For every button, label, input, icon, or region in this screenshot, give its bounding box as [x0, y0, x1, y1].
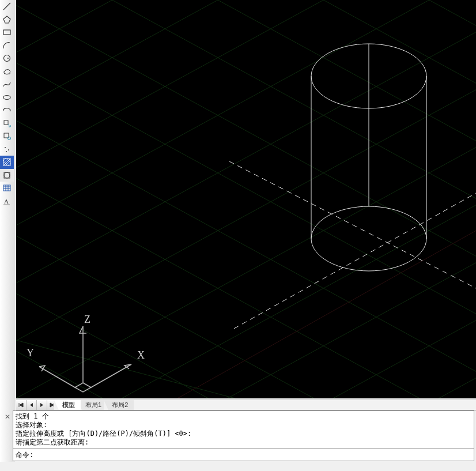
mtext-tool-icon[interactable]: A [0, 195, 14, 208]
line-tool-icon[interactable] [0, 0, 14, 13]
ucs-x-label: X [137, 349, 145, 361]
insert-block-icon[interactable] [0, 117, 14, 130]
svg-line-17 [8, 163, 10, 165]
svg-line-53 [229, 161, 476, 288]
svg-line-62 [39, 367, 75, 387]
cmd-line: 指定拉伸高度或 [方向(D)/路径(P)/倾斜角(T)] <0>: [16, 429, 471, 438]
svg-point-5 [3, 95, 10, 99]
hatch-tool-icon[interactable] [0, 156, 14, 169]
svg-line-35 [16, 173, 476, 398]
svg-line-0 [3, 3, 10, 10]
ellipse-arc-tool-icon[interactable] [0, 104, 14, 117]
cmd-line: 找到 1 个 [16, 412, 471, 421]
close-icon[interactable]: ✕ [3, 413, 12, 421]
status-bar [0, 462, 476, 471]
command-history[interactable]: 找到 1 个 选择对象: 指定拉伸高度或 [方向(D)/路径(P)/倾斜角(T)… [13, 410, 474, 451]
make-block-icon[interactable] [0, 130, 14, 143]
spline-tool-icon[interactable] [0, 78, 14, 91]
svg-line-45 [16, 58, 476, 398]
svg-rect-20 [3, 185, 10, 191]
svg-line-30 [16, 0, 476, 231]
svg-line-51 [177, 231, 476, 398]
table-tool-icon[interactable] [0, 182, 14, 195]
cmd-line: 选择对象: [16, 421, 471, 429]
svg-line-37 [16, 288, 476, 398]
svg-line-42 [16, 0, 476, 231]
ucs-z-label: Z [84, 314, 90, 325]
revcloud-tool-icon[interactable] [0, 65, 14, 78]
tab-layout1[interactable]: 布局1 [77, 400, 107, 410]
svg-line-16 [6, 161, 10, 165]
polygon-tool-icon[interactable] [0, 13, 14, 27]
svg-rect-2 [3, 30, 10, 35]
svg-line-43 [16, 0, 476, 288]
svg-line-41 [16, 0, 476, 173]
command-input[interactable]: 命令: [13, 449, 474, 461]
draw-toolbar: A [0, 0, 14, 208]
svg-line-14 [3, 159, 8, 163]
svg-line-61 [91, 364, 131, 387]
ellipse-tool-icon[interactable] [0, 91, 14, 104]
tab-model[interactable]: 模型 [54, 400, 81, 410]
svg-marker-1 [3, 16, 10, 23]
svg-point-11 [6, 151, 7, 152]
svg-line-49 [16, 288, 476, 398]
tab-nav-prev-icon[interactable] [27, 400, 37, 410]
point-tool-icon[interactable] [0, 143, 14, 156]
layout-tabbar: 模型 布局1 布局2 [16, 400, 476, 410]
region-tool-icon[interactable] [0, 169, 14, 182]
svg-line-29 [16, 0, 476, 173]
command-prompt: 命令: [16, 450, 33, 460]
svg-line-31 [16, 0, 476, 288]
svg-text:A: A [4, 198, 9, 205]
arc-tool-icon[interactable] [0, 39, 14, 52]
ucs-y-label: Y [27, 347, 34, 359]
tab-layout2[interactable]: 布局2 [104, 400, 134, 410]
svg-point-10 [8, 149, 9, 150]
cmd-line: 请指定第二点获取距离: [16, 438, 471, 447]
svg-line-13 [3, 159, 6, 161]
svg-rect-7 [4, 133, 9, 138]
svg-line-47 [16, 173, 476, 398]
svg-point-18 [4, 172, 10, 178]
svg-line-33 [16, 58, 476, 398]
svg-line-28 [16, 0, 476, 115]
tab-nav-next-icon[interactable] [37, 400, 47, 410]
svg-point-8 [8, 137, 11, 140]
svg-line-40 [16, 0, 476, 115]
svg-line-27 [16, 0, 476, 58]
circle-tool-icon[interactable] [0, 52, 14, 65]
tabbar-filler [134, 400, 476, 410]
tab-nav-first-icon[interactable] [16, 400, 27, 410]
svg-rect-6 [4, 120, 8, 125]
svg-line-39 [16, 0, 476, 58]
svg-point-56 [311, 206, 426, 271]
drawing-viewport[interactable]: X Y Z [16, 0, 476, 398]
svg-point-9 [5, 147, 6, 148]
rectangle-tool-icon[interactable] [0, 26, 14, 39]
